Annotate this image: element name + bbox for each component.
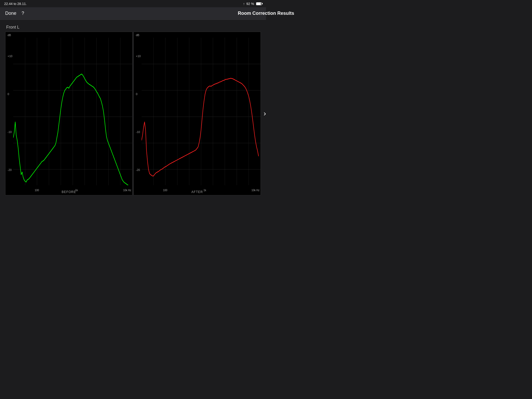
done-button[interactable]: Done <box>5 11 16 16</box>
before-caption: BEFORE <box>62 190 76 194</box>
y-label-plus10-before: +10 <box>8 55 12 58</box>
y-label-minus10-before: -10 <box>8 131 12 134</box>
before-chart: dB +10 0 -10 -20 <box>5 32 132 195</box>
y-label-minus10-after: -10 <box>136 131 141 134</box>
speaker-label: Front L <box>6 25 261 30</box>
nav-left-buttons: Done ? <box>5 11 24 16</box>
after-caption: AFTER <box>191 190 203 194</box>
y-label-minus20-before: -20 <box>8 169 12 171</box>
wifi-icon: ↑ <box>243 2 245 6</box>
status-bar: 22.44 to 28.11. ↑ 92 % <box>0 0 266 7</box>
after-y-axis: +10 0 -10 -20 <box>136 32 141 189</box>
charts-container: dB +10 0 -10 -20 <box>5 32 261 195</box>
after-chart-svg <box>142 38 261 185</box>
after-chart: dB +10 0 -10 -20 <box>134 32 261 195</box>
y-label-minus20-after: -20 <box>136 169 141 171</box>
next-arrow-button[interactable]: › <box>264 109 266 118</box>
status-time: 22.44 to 28.11. <box>4 2 27 6</box>
status-right: ↑ 92 % <box>243 2 262 6</box>
main-content: Front L dB +10 0 -10 -20 <box>0 20 266 200</box>
help-button[interactable]: ? <box>22 11 24 16</box>
y-label-0-after: 0 <box>136 93 141 96</box>
nav-bar: Done ? Room Correction Results <box>0 7 266 20</box>
y-label-0-before: 0 <box>8 93 12 96</box>
before-chart-svg <box>13 38 132 185</box>
battery-icon <box>256 2 262 5</box>
before-chart-bottom: BEFORE <box>5 189 132 195</box>
battery-level: 92 % <box>246 2 254 6</box>
nav-title: Room Correction Results <box>238 11 266 16</box>
y-label-plus10-after: +10 <box>136 55 141 58</box>
before-y-axis: +10 0 -10 -20 <box>8 32 12 189</box>
after-chart-bottom: AFTER <box>134 189 261 195</box>
